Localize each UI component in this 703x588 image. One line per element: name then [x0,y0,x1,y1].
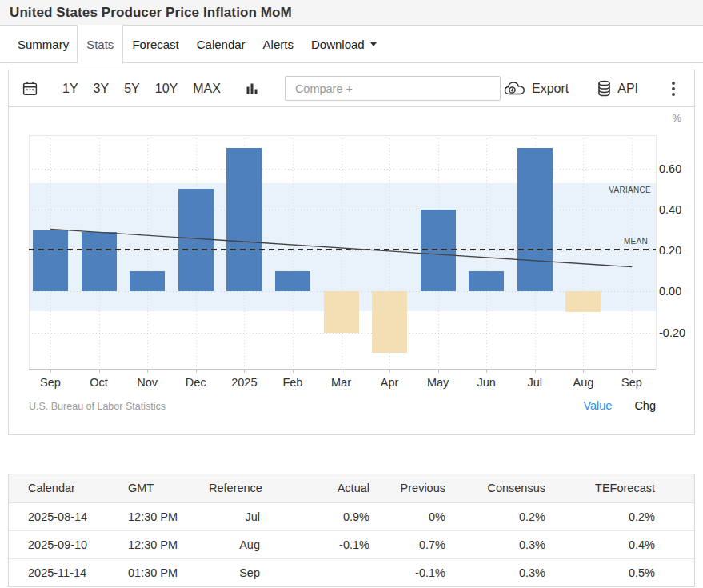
x-tick [147,369,148,373]
range-max[interactable]: MAX [193,82,221,96]
x-tick [196,369,197,373]
plot-border-left [29,135,30,369]
col-calendar: Calendar [9,474,119,502]
date-range-button[interactable] [22,80,38,97]
bar-oct[interactable] [82,232,117,291]
tab-alerts[interactable]: Alerts [254,26,302,62]
y-tick-label: 0.20 [659,244,694,257]
gridline-h [29,333,656,334]
gridline-v [342,135,342,369]
x-tick [438,369,439,373]
col-teforecast: TEForecast [545,474,694,502]
calendar-table-panel: Calendar GMT Reference Actual Previous C… [8,474,695,587]
bar-sep[interactable] [33,230,68,292]
x-tick-label: Jul [509,376,561,389]
bar-2025[interactable] [226,148,262,291]
x-tick-label: Feb [267,376,318,389]
y-tick-label: -0.20 [659,326,694,339]
col-consensus: Consensus [445,474,545,502]
gridline-h [29,210,656,210]
x-axis-line [29,369,656,370]
export-button[interactable]: Export [504,81,569,97]
chart-panel: 1Y 3Y 5Y 10Y MAX Export [8,70,695,435]
bar-may[interactable] [421,210,456,291]
table-row[interactable]: 2025-09-10 12:30 PM Aug -0.1% 0.7% 0.3% … [9,530,694,558]
bar-nov[interactable] [130,271,165,292]
x-tick-label: Oct [74,376,125,389]
page-header: United States Producer Price Inflation M… [0,0,703,26]
x-tick-label: Jun [461,376,512,389]
calendar-table: Calendar GMT Reference Actual Previous C… [9,474,694,586]
gridline-v [147,135,148,369]
gridline-v [632,135,633,369]
x-tick [293,369,294,373]
api-button[interactable]: API [597,80,638,97]
x-tick [486,369,487,373]
bar-aug[interactable] [565,291,601,312]
x-tick [342,369,342,373]
table-row[interactable]: 2025-08-14 12:30 PM Jul 0.9% 0% 0.2% 0.2… [9,502,694,530]
kebab-menu-icon [672,82,675,85]
y-tick-label: 0.00 [659,285,694,298]
range-5y[interactable]: 5Y [124,82,140,96]
variance-label: VARIANCE [609,186,651,194]
x-tick [244,369,245,373]
x-tick [99,369,100,373]
bar-chart-icon [245,82,259,96]
calendar-icon [22,80,38,97]
chart-type-button[interactable] [245,82,259,96]
bar-jun[interactable] [469,271,504,292]
gridline-h [29,250,656,251]
chart-plot-area: U.S. Bureau of Labor Statistics Value Ch… [9,107,694,434]
tab-bar: Summary Stats Forecast Calendar Alerts D… [0,26,703,63]
value-toggle[interactable]: Value [583,399,612,412]
x-tick [50,369,51,373]
gridline-v [583,135,584,369]
mean-label: MEAN [624,237,648,246]
tab-forecast[interactable]: Forecast [123,26,187,62]
bar-apr[interactable] [372,291,407,353]
page-title: United States Producer Price Inflation M… [10,5,292,21]
x-tick [389,369,390,373]
y-axis-unit: % [672,112,681,124]
tab-download[interactable]: Download [302,26,385,62]
series-toggles: Value Chg [583,399,656,412]
x-tick-label: Aug [557,376,609,389]
x-tick-label: Apr [364,376,415,389]
bar-mar[interactable] [324,291,359,332]
y-tick-label: 0.40 [659,203,694,216]
col-gmt: GMT [119,474,209,502]
more-options-button[interactable] [667,80,680,98]
plot-border-top [29,135,656,136]
col-actual: Actual [260,474,369,502]
tab-calendar[interactable]: Calendar [188,26,254,62]
chart-toolbar: 1Y 3Y 5Y 10Y MAX Export [9,70,694,107]
tab-stats[interactable]: Stats [77,25,123,63]
export-label: Export [532,82,569,96]
tab-summary[interactable]: Summary [0,26,77,62]
range-1y[interactable]: 1Y [62,82,78,96]
bar-jul[interactable] [517,148,553,291]
x-tick-label: Dec [170,376,222,389]
api-label: API [617,82,638,96]
x-tick [583,369,584,373]
table-row[interactable]: 2025-11-14 01:30 PM Sep -0.1% 0.3% 0.5% [9,558,694,586]
bar-feb[interactable] [275,271,310,292]
compare-input[interactable] [285,76,501,101]
gridline-h [29,169,656,170]
table-header-row: Calendar GMT Reference Actual Previous C… [9,474,694,502]
x-tick [535,369,536,373]
chg-toggle[interactable]: Chg [634,399,656,412]
range-selector: 1Y 3Y 5Y 10Y MAX [62,82,221,96]
x-tick-label: Mar [316,376,367,389]
tab-download-label: Download [311,38,365,51]
x-tick-label: Sep [606,376,657,389]
range-10y[interactable]: 10Y [155,82,178,96]
x-tick-label: 2025 [218,376,270,389]
cloud-download-icon [504,81,525,97]
gridline-v [486,135,487,369]
range-3y[interactable]: 3Y [94,82,110,96]
plot-border-right [656,135,657,369]
x-tick-label: Sep [25,376,76,389]
bar-dec[interactable] [178,189,214,291]
